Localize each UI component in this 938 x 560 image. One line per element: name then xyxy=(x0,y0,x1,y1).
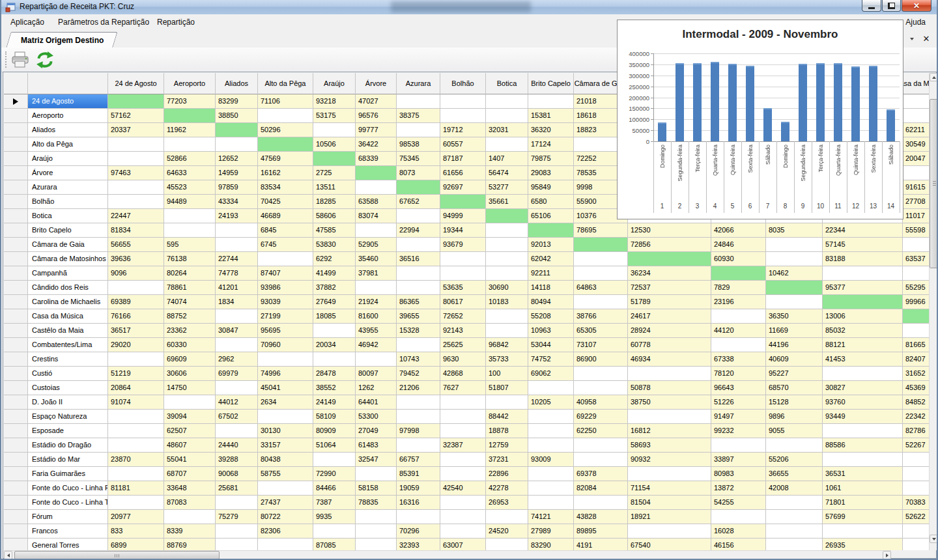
vertical-scrollbar[interactable] xyxy=(929,73,938,550)
matrix-cell[interactable]: 70383 xyxy=(903,496,929,510)
matrix-cell[interactable]: 37981 xyxy=(356,266,397,281)
matrix-cell[interactable] xyxy=(823,424,903,438)
matrix-cell[interactable]: 30549 xyxy=(903,137,929,152)
matrix-cell[interactable] xyxy=(440,266,486,281)
matrix-cell[interactable]: 46156 xyxy=(711,539,766,550)
matrix-cell[interactable]: 74778 xyxy=(216,266,258,281)
matrix-cell[interactable]: 60778 xyxy=(628,338,711,352)
matrix-cell[interactable] xyxy=(356,510,397,524)
matrix-cell[interactable]: 94489 xyxy=(164,195,216,209)
matrix-cell[interactable]: 65106 xyxy=(528,209,574,223)
matrix-cell[interactable]: 15381 xyxy=(528,109,574,123)
matrix-cell[interactable]: 6292 xyxy=(313,252,356,266)
matrix-cell[interactable]: 30827 xyxy=(823,381,903,395)
row-header[interactable]: Estádio do Mar xyxy=(28,453,108,467)
matrix-cell[interactable]: 85391 xyxy=(397,467,440,481)
matrix-cell[interactable]: 81181 xyxy=(108,481,164,496)
matrix-cell[interactable]: 23870 xyxy=(108,453,164,467)
matrix-cell[interactable] xyxy=(903,453,929,467)
matrix-cell[interactable] xyxy=(108,281,164,295)
matrix-cell[interactable] xyxy=(766,524,823,539)
row-marker-cell[interactable] xyxy=(4,496,28,510)
matrix-cell[interactable] xyxy=(216,309,258,324)
scroll-up-button[interactable] xyxy=(930,73,938,81)
tab-list-dropdown-button[interactable] xyxy=(907,34,917,44)
row-marker-cell[interactable] xyxy=(4,338,28,352)
matrix-cell[interactable]: 7387 xyxy=(313,496,356,510)
matrix-cell[interactable]: 35733 xyxy=(486,352,528,367)
matrix-cell[interactable] xyxy=(258,252,313,266)
matrix-cell[interactable]: 92143 xyxy=(440,324,486,338)
matrix-cell[interactable]: 43334 xyxy=(216,195,258,209)
matrix-cell[interactable]: 93986 xyxy=(258,281,313,295)
matrix-cell[interactable]: 42066 xyxy=(711,223,766,238)
matrix-cell[interactable]: 64863 xyxy=(574,281,628,295)
matrix-cell[interactable]: 8339 xyxy=(164,524,216,539)
grid-corner-cell[interactable] xyxy=(4,73,28,94)
matrix-cell[interactable]: 28924 xyxy=(628,324,711,338)
matrix-cell[interactable] xyxy=(108,496,164,510)
matrix-cell[interactable]: 69389 xyxy=(108,295,164,309)
matrix-cell[interactable]: 38850 xyxy=(216,109,258,123)
matrix-cell[interactable]: 99777 xyxy=(356,123,397,137)
matrix-cell[interactable] xyxy=(766,252,823,266)
matrix-cell[interactable] xyxy=(440,410,486,424)
matrix-cell[interactable]: 24149 xyxy=(313,395,356,410)
matrix-cell[interactable]: 51064 xyxy=(313,438,356,453)
row-header[interactable]: Custoias xyxy=(28,381,108,395)
row-marker-cell[interactable] xyxy=(4,309,28,324)
matrix-cell[interactable] xyxy=(108,438,164,453)
toolbar-grip[interactable] xyxy=(5,51,7,68)
row-marker-cell[interactable] xyxy=(4,152,28,166)
close-button[interactable]: ✕ xyxy=(902,0,931,12)
matrix-cell[interactable] xyxy=(823,295,903,309)
matrix-cell[interactable]: 7627 xyxy=(440,381,486,395)
matrix-cell[interactable]: 9096 xyxy=(108,266,164,281)
matrix-cell[interactable]: 22744 xyxy=(216,252,258,266)
matrix-cell[interactable]: 53300 xyxy=(356,410,397,424)
matrix-cell[interactable] xyxy=(903,238,929,252)
matrix-cell[interactable]: 39288 xyxy=(216,453,258,467)
matrix-cell[interactable]: 38375 xyxy=(397,109,440,123)
matrix-cell[interactable]: 67502 xyxy=(216,410,258,424)
matrix-cell[interactable] xyxy=(108,180,164,195)
matrix-cell[interactable]: 82306 xyxy=(258,524,313,539)
matrix-cell[interactable]: 18921 xyxy=(628,510,711,524)
matrix-cell[interactable] xyxy=(108,94,164,109)
matrix-cell[interactable]: 32393 xyxy=(397,539,440,550)
matrix-cell[interactable] xyxy=(711,510,766,524)
vertical-scroll-thumb[interactable] xyxy=(930,99,938,268)
matrix-cell[interactable]: 71154 xyxy=(628,481,711,496)
row-marker-cell[interactable] xyxy=(4,453,28,467)
row-marker-cell[interactable] xyxy=(4,367,28,381)
matrix-cell[interactable]: 29020 xyxy=(108,338,164,352)
matrix-cell[interactable] xyxy=(258,481,313,496)
scroll-left-button[interactable] xyxy=(4,551,12,559)
matrix-cell[interactable] xyxy=(356,467,397,481)
matrix-cell[interactable] xyxy=(486,539,528,550)
matrix-cell[interactable] xyxy=(628,467,711,481)
row-marker-cell[interactable] xyxy=(4,539,28,550)
matrix-cell[interactable]: 38750 xyxy=(628,395,711,410)
matrix-cell[interactable]: 80097 xyxy=(356,367,397,381)
matrix-cell[interactable]: 82084 xyxy=(574,481,628,496)
row-header[interactable]: D. João II xyxy=(28,395,108,410)
matrix-cell[interactable]: 52905 xyxy=(356,238,397,252)
matrix-cell[interactable]: 22994 xyxy=(397,223,440,238)
matrix-cell[interactable]: 60930 xyxy=(711,252,766,266)
matrix-cell[interactable]: 46934 xyxy=(628,352,711,367)
matrix-cell[interactable]: 80722 xyxy=(258,510,313,524)
matrix-cell[interactable] xyxy=(108,137,164,152)
matrix-cell[interactable]: 1407 xyxy=(486,152,528,166)
matrix-cell[interactable] xyxy=(574,252,628,266)
column-header[interactable]: Casa da Música xyxy=(903,73,929,94)
matrix-cell[interactable]: 61656 xyxy=(440,166,486,180)
matrix-cell[interactable] xyxy=(574,367,628,381)
matrix-cell[interactable]: 16028 xyxy=(711,524,766,539)
row-header[interactable]: Aliados xyxy=(28,123,108,137)
matrix-cell[interactable] xyxy=(628,252,711,266)
matrix-cell[interactable]: 11017 xyxy=(903,209,929,223)
matrix-cell[interactable]: 18085 xyxy=(313,309,356,324)
matrix-cell[interactable]: 78835 xyxy=(356,496,397,510)
matrix-cell[interactable]: 10183 xyxy=(486,295,528,309)
